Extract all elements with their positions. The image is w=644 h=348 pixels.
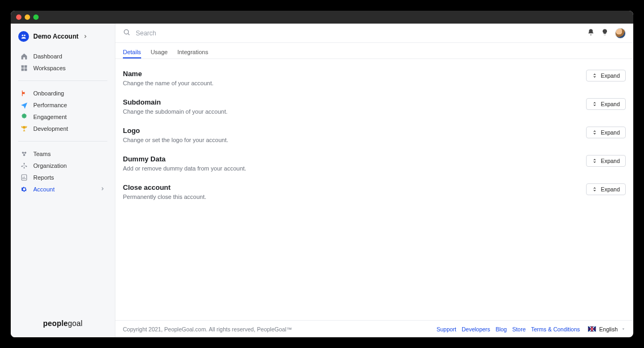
sidebar-item-label: Account xyxy=(33,186,55,192)
sidebar-item-engagement[interactable]: Engagement xyxy=(15,111,111,123)
sidebar-item-reports[interactable]: Reports xyxy=(15,172,111,183)
expand-icon xyxy=(592,187,597,192)
svg-point-0 xyxy=(22,35,24,36)
section-description: Change or set the logo for your account. xyxy=(123,137,228,143)
expand-label: Expand xyxy=(601,158,620,164)
section-description: Add or remove dummy data from your accou… xyxy=(123,165,246,172)
svg-point-12 xyxy=(24,167,25,168)
main: DetailsUsageIntegrations NameChange the … xyxy=(115,24,633,337)
sidebar-item-account[interactable]: Account xyxy=(15,183,111,195)
footer-link-blog[interactable]: Blog xyxy=(495,326,507,332)
expand-button[interactable]: Expand xyxy=(586,183,626,195)
home-icon xyxy=(20,53,28,60)
app-window: Demo Account DashboardWorkspacesOnboardi… xyxy=(11,11,633,337)
avatar[interactable] xyxy=(615,28,626,39)
chevron-right-icon xyxy=(83,32,88,41)
settings-section-logo: LogoChange or set the logo for your acco… xyxy=(123,122,626,151)
sidebar-item-label: Development xyxy=(33,125,68,132)
sidebar-item-dashboard[interactable]: Dashboard xyxy=(15,50,111,62)
caret-down-icon xyxy=(621,326,626,332)
sidebar-separator xyxy=(18,141,107,142)
section-title: Logo xyxy=(123,127,228,135)
window-close-button[interactable] xyxy=(16,14,21,20)
section-title: Close account xyxy=(123,183,206,191)
content: NameChange the name of your account.Expa… xyxy=(115,59,633,320)
expand-label: Expand xyxy=(601,129,620,136)
sidebar-item-workspaces[interactable]: Workspaces xyxy=(15,62,111,74)
footer-link-terms-conditions[interactable]: Terms & Conditions xyxy=(531,326,580,332)
account-name: Demo Account xyxy=(33,33,78,40)
reports-icon xyxy=(20,174,28,181)
sidebar-item-label: Organization xyxy=(33,162,67,169)
sidebar-item-performance[interactable]: Performance xyxy=(15,99,111,111)
settings-section-close-account: Close accountPermanently close this acco… xyxy=(123,179,626,208)
settings-section-subdomain: SubdomainChange the subdomain of your ac… xyxy=(123,94,626,122)
tab-details[interactable]: Details xyxy=(123,46,141,58)
footer-link-store[interactable]: Store xyxy=(512,326,525,332)
svg-rect-2 xyxy=(21,65,24,68)
expand-label: Expand xyxy=(601,186,620,192)
sidebar-item-label: Workspaces xyxy=(33,65,65,71)
puzzle-icon xyxy=(20,113,28,121)
trophy-icon xyxy=(20,125,28,132)
tabbar: DetailsUsageIntegrations xyxy=(115,43,633,59)
notifications-icon[interactable] xyxy=(587,28,595,38)
org-icon xyxy=(20,162,28,169)
window-minimize-button[interactable] xyxy=(25,14,30,20)
account-switcher[interactable]: Demo Account xyxy=(11,24,115,46)
grid-icon xyxy=(20,64,28,72)
section-title: Dummy Data xyxy=(123,155,246,163)
sidebar: Demo Account DashboardWorkspacesOnboardi… xyxy=(11,24,115,337)
footer: Copyright 2021, PeopleGoal.com. All righ… xyxy=(115,320,633,337)
sidebar-item-development[interactable]: Development xyxy=(15,123,111,135)
svg-point-1 xyxy=(24,35,26,36)
section-description: Permanently close this account. xyxy=(123,194,206,200)
sidebar-item-organization[interactable]: Organization xyxy=(15,160,111,172)
titlebar xyxy=(11,11,633,24)
sidebar-item-onboarding[interactable]: Onboarding xyxy=(15,87,111,99)
expand-icon xyxy=(592,101,597,107)
app-logo-icon xyxy=(18,31,29,42)
expand-icon xyxy=(592,130,597,135)
section-title: Name xyxy=(123,70,214,78)
sidebar-footer: peoplegoal xyxy=(11,312,115,337)
brand-wordmark: peoplegoal xyxy=(43,319,83,328)
copyright: Copyright 2021, PeopleGoal.com. All righ… xyxy=(123,326,292,332)
svg-rect-3 xyxy=(25,65,27,68)
expand-label: Expand xyxy=(601,101,620,107)
app-body: Demo Account DashboardWorkspacesOnboardi… xyxy=(11,24,633,337)
uk-flag-icon xyxy=(588,326,596,332)
sidebar-item-label: Engagement xyxy=(33,114,67,120)
search-input[interactable] xyxy=(136,29,582,37)
expand-button[interactable]: Expand xyxy=(586,155,626,167)
footer-link-developers[interactable]: Developers xyxy=(462,326,490,332)
teams-icon xyxy=(20,150,28,158)
sidebar-item-label: Performance xyxy=(33,102,67,108)
topbar xyxy=(115,24,633,43)
expand-icon xyxy=(592,158,597,164)
sidebar-item-label: Reports xyxy=(33,174,54,181)
svg-point-9 xyxy=(24,163,25,164)
sidebar-item-label: Teams xyxy=(33,151,50,157)
window-maximize-button[interactable] xyxy=(33,14,39,20)
sidebar-item-label: Onboarding xyxy=(33,90,64,97)
footer-links: SupportDevelopersBlogStoreTerms & Condit… xyxy=(436,326,580,332)
language-switcher[interactable]: English xyxy=(588,326,626,332)
settings-section-dummy-data: Dummy DataAdd or remove dummy data from … xyxy=(123,151,626,179)
expand-button[interactable]: Expand xyxy=(586,127,626,138)
footer-link-support[interactable]: Support xyxy=(436,326,456,332)
expand-icon xyxy=(592,73,597,78)
chevron-right-icon xyxy=(100,186,105,192)
sidebar-item-teams[interactable]: Teams xyxy=(15,148,111,160)
section-description: Change the subdomain of your account. xyxy=(123,108,228,115)
svg-point-14 xyxy=(124,29,128,34)
tab-usage[interactable]: Usage xyxy=(151,46,168,58)
flag-icon xyxy=(20,90,28,97)
language-label: English xyxy=(599,326,618,332)
hint-icon[interactable] xyxy=(601,28,609,38)
sidebar-separator xyxy=(18,80,107,81)
tab-integrations[interactable]: Integrations xyxy=(177,46,208,58)
expand-button[interactable]: Expand xyxy=(586,70,626,82)
expand-button[interactable]: Expand xyxy=(586,98,626,110)
search-icon xyxy=(123,28,130,38)
